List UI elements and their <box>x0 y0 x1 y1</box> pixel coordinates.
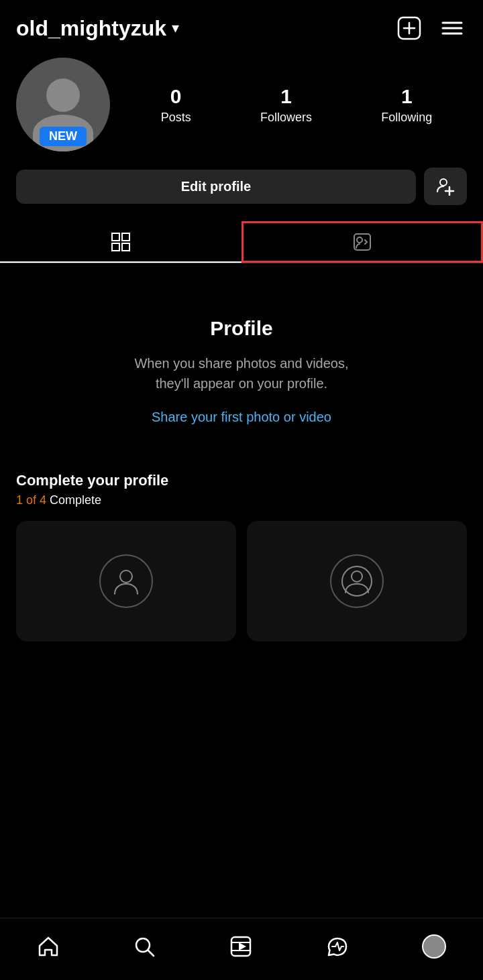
svg-point-6 <box>440 179 447 186</box>
complete-profile-section: Complete your profile 1 of 4 Complete <box>0 452 483 641</box>
bottom-nav <box>0 918 483 980</box>
new-badge: NEW <box>40 127 87 146</box>
following-count: 1 <box>401 85 413 108</box>
profile-content-title: Profile <box>210 317 272 340</box>
share-first-photo-link[interactable]: Share your first photo or video <box>152 410 331 425</box>
svg-point-18 <box>136 938 150 952</box>
card-avatar-icon-2 <box>330 554 384 608</box>
profile-content: Profile When you share photos and videos… <box>0 263 483 452</box>
followers-stat[interactable]: 1 Followers <box>260 85 312 125</box>
tab-tagged[interactable] <box>241 221 483 263</box>
profile-description: When you share photos and videos, they'l… <box>134 353 348 393</box>
new-post-button[interactable] <box>394 13 424 43</box>
svg-rect-12 <box>122 243 129 251</box>
tab-grid[interactable] <box>0 221 241 263</box>
tabs <box>0 221 483 263</box>
nav-home-button[interactable] <box>32 930 65 963</box>
svg-rect-9 <box>112 233 119 241</box>
header: old_mightyzuk ▾ <box>0 0 483 51</box>
edit-profile-button[interactable]: Edit profile <box>16 170 416 204</box>
avatar-head <box>46 78 80 112</box>
profile-desc-line2: they'll appear on your profile. <box>156 376 327 391</box>
following-label: Following <box>381 111 432 125</box>
card-avatar-icon-1 <box>99 554 153 608</box>
svg-point-14 <box>357 237 362 243</box>
svg-rect-10 <box>122 233 129 241</box>
complete-card-2[interactable] <box>247 521 467 641</box>
svg-line-19 <box>148 951 154 956</box>
avatar-container: NEW <box>16 58 110 151</box>
complete-profile-cards <box>16 521 467 641</box>
complete-profile-title: Complete your profile <box>16 472 467 489</box>
header-icons <box>394 13 467 43</box>
posts-count: 0 <box>170 85 182 108</box>
complete-card-1[interactable] <box>16 521 236 641</box>
stats-row: 0 Posts 1 Followers 1 Following <box>126 85 467 125</box>
complete-progress-rest: Complete <box>46 493 101 507</box>
header-left: old_mightyzuk ▾ <box>16 16 179 41</box>
complete-profile-subtitle: 1 of 4 Complete <box>16 493 467 507</box>
nav-reels-button[interactable] <box>224 930 258 963</box>
nav-profile-avatar <box>422 934 446 959</box>
following-stat[interactable]: 1 Following <box>381 85 432 125</box>
menu-button[interactable] <box>437 13 467 43</box>
profile-section: NEW 0 Posts 1 Followers 1 Following <box>0 51 483 162</box>
action-buttons: Edit profile <box>0 162 483 216</box>
chevron-down-icon[interactable]: ▾ <box>172 19 179 37</box>
followers-label: Followers <box>260 111 312 125</box>
svg-marker-21 <box>239 942 246 951</box>
svg-point-15 <box>120 570 132 583</box>
complete-progress-colored: 1 of 4 <box>16 493 46 507</box>
posts-stat[interactable]: 0 Posts <box>161 85 191 125</box>
nav-activity-button[interactable] <box>321 930 354 963</box>
svg-point-17 <box>352 571 362 582</box>
username: old_mightyzuk <box>16 16 166 41</box>
svg-rect-11 <box>112 243 119 251</box>
nav-search-button[interactable] <box>127 930 161 963</box>
followers-count: 1 <box>280 85 292 108</box>
add-friend-button[interactable] <box>424 168 467 205</box>
nav-profile-button[interactable] <box>417 929 451 964</box>
posts-label: Posts <box>161 111 191 125</box>
profile-desc-line1: When you share photos and videos, <box>134 356 348 371</box>
